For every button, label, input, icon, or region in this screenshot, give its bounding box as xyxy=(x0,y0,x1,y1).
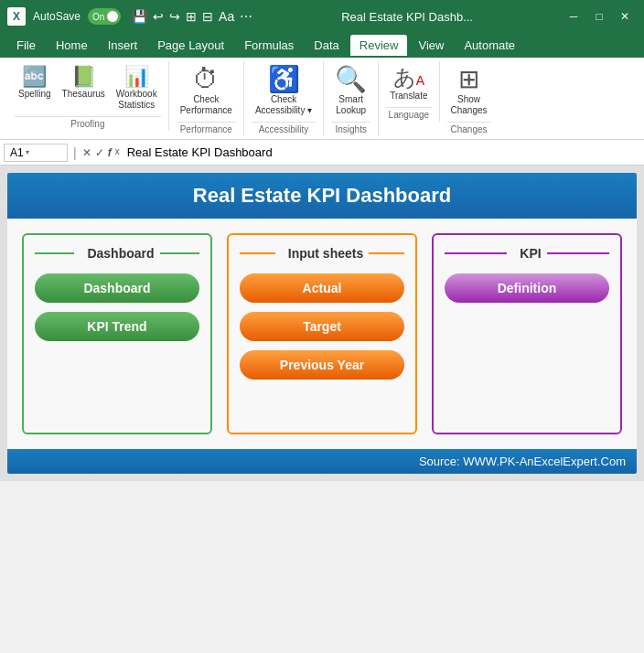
ribbon-group-changes: ⊞ ShowChanges Changes xyxy=(440,61,499,136)
ribbon: 🔤 Spelling 📗 Thesaurus 📊 WorkbookStatist… xyxy=(0,58,644,140)
performance-group-label: Performance xyxy=(177,122,236,134)
previous-year-button[interactable]: Previous Year xyxy=(240,350,404,380)
kpi-section-title: KPI xyxy=(520,246,541,261)
target-button[interactable]: Target xyxy=(240,312,404,341)
ribbon-group-accessibility: ♿ CheckAccessibility ▾ Accessibility xyxy=(244,61,324,136)
menu-insert[interactable]: Insert xyxy=(99,35,147,56)
language-group-label: Language xyxy=(386,107,431,120)
workbook-stats-label: WorkbookStatistics xyxy=(116,89,157,111)
kpi-trend-button[interactable]: KPI Trend xyxy=(35,312,199,341)
ribbon-group-proofing: 🔤 Spelling 📗 Thesaurus 📊 WorkbookStatist… xyxy=(7,61,169,131)
menu-home[interactable]: Home xyxy=(47,35,97,56)
cell-reference[interactable]: A1 ▾ xyxy=(4,144,68,162)
ribbon-group-performance: ⏱ CheckPerformance Performance xyxy=(169,61,244,136)
toggle-knob xyxy=(107,11,118,22)
menu-review[interactable]: Review xyxy=(350,35,408,56)
menu-data[interactable]: Data xyxy=(305,35,348,56)
kpi-section-line-right xyxy=(547,252,609,254)
show-changes-button[interactable]: ⊞ ShowChanges xyxy=(447,65,491,118)
cancel-formula-icon[interactable]: ✕ xyxy=(82,146,91,159)
save-icon[interactable]: 💾 xyxy=(132,9,147,24)
actual-button[interactable]: Actual xyxy=(240,273,404,303)
minimize-button[interactable]: ─ xyxy=(562,5,585,28)
thesaurus-button[interactable]: 📗 Thesaurus xyxy=(59,65,109,102)
title-bar-icons: 💾 ↩ ↪ ⊞ ⊟ Aa ⋯ xyxy=(132,9,252,24)
formula-divider: | xyxy=(73,145,77,160)
toggle-on-text: On xyxy=(92,12,104,22)
formula-input[interactable] xyxy=(123,144,640,161)
cell-ref-dropdown[interactable]: ▾ xyxy=(26,148,29,156)
show-changes-icon: ⊞ xyxy=(458,67,479,92)
input-sheets-header: Input sheets xyxy=(240,246,404,261)
proofing-group-label: Proofing xyxy=(15,116,161,129)
spelling-icon: 🔤 xyxy=(22,67,47,87)
grid-icon[interactable]: ⊞ xyxy=(186,9,197,24)
window-title: Real Estate KPI Dashb... xyxy=(260,10,554,24)
sheet-content: Real Estate KPI Dashboard Dashboard Dash… xyxy=(0,166,644,481)
definition-button[interactable]: Definition xyxy=(445,273,609,303)
excel-icon: X xyxy=(7,7,26,26)
spelling-button[interactable]: 🔤 Spelling xyxy=(15,65,55,102)
translate-label: Translate xyxy=(390,91,427,102)
formula-icons: ✕ ✓ fx xyxy=(82,146,120,159)
filter-icon[interactable]: ⊟ xyxy=(202,9,213,24)
dashboard-button[interactable]: Dashboard xyxy=(35,273,199,303)
ribbon-group-insights: 🔍 SmartLookup Insights xyxy=(324,61,379,136)
dashboard-title: Real Estate KPI Dashboard xyxy=(7,173,637,219)
thesaurus-label: Thesaurus xyxy=(62,89,105,100)
thesaurus-icon: 📗 xyxy=(71,67,96,87)
accessibility-group-label: Accessibility xyxy=(252,122,316,134)
kpi-section: KPI Definition xyxy=(432,233,622,434)
function-icon[interactable]: f xyxy=(108,146,112,159)
workbook-stats-icon: 📊 xyxy=(124,67,149,87)
check-performance-icon: ⏱ xyxy=(193,67,219,92)
menu-view[interactable]: View xyxy=(409,35,453,56)
input-sheets-section: Input sheets Actual Target Previous Year xyxy=(227,233,417,434)
check-performance-button[interactable]: ⏱ CheckPerformance xyxy=(177,65,236,118)
text-icon[interactable]: Aa xyxy=(219,9,234,24)
accessibility-icon: ♿ xyxy=(268,67,300,92)
kpi-section-header: KPI xyxy=(445,246,609,261)
dashboard-section-line-right xyxy=(160,252,199,254)
changes-group-label: Changes xyxy=(447,122,491,134)
cell-ref-value: A1 xyxy=(10,146,24,159)
smart-lookup-icon: 🔍 xyxy=(335,67,367,92)
menu-file[interactable]: File xyxy=(7,35,45,56)
redo-icon[interactable]: ↪ xyxy=(169,9,180,24)
title-bar: X AutoSave On 💾 ↩ ↪ ⊞ ⊟ Aa ⋯ Real Estate… xyxy=(0,0,644,33)
dashboard-card: Real Estate KPI Dashboard Dashboard Dash… xyxy=(7,173,637,474)
input-sheets-title: Input sheets xyxy=(288,246,363,261)
dashboard-footer: Source: WWW.PK-AnExcelExpert.Com xyxy=(7,449,637,474)
menu-automate[interactable]: Automate xyxy=(455,35,524,56)
menu-page-layout[interactable]: Page Layout xyxy=(148,35,233,56)
maximize-button[interactable]: □ xyxy=(587,5,611,28)
check-performance-label: CheckPerformance xyxy=(180,94,232,116)
autosave-toggle[interactable]: On xyxy=(88,8,121,25)
ribbon-group-language: あA Translate Language xyxy=(379,61,439,122)
confirm-formula-icon[interactable]: ✓ xyxy=(95,146,104,159)
smart-lookup-button[interactable]: 🔍 SmartLookup xyxy=(331,65,370,118)
show-changes-label: ShowChanges xyxy=(451,94,488,116)
workbook-statistics-button[interactable]: 📊 WorkbookStatistics xyxy=(113,65,161,112)
window-controls: ─ □ ✕ xyxy=(562,5,637,28)
translate-button[interactable]: あA Translate xyxy=(386,65,431,103)
dashboard-section: Dashboard Dashboard KPI Trend xyxy=(22,233,212,434)
dashboard-section-title: Dashboard xyxy=(87,246,154,261)
sections-container: Dashboard Dashboard KPI Trend Input shee… xyxy=(7,219,637,449)
close-button[interactable]: ✕ xyxy=(613,5,637,28)
check-accessibility-button[interactable]: ♿ CheckAccessibility ▾ xyxy=(252,65,316,118)
undo-icon[interactable]: ↩ xyxy=(153,9,164,24)
dashboard-section-header: Dashboard xyxy=(35,246,199,261)
insights-group-label: Insights xyxy=(331,122,370,134)
autosave-label: AutoSave xyxy=(33,10,80,23)
dashboard-section-line-left xyxy=(35,252,74,254)
input-section-line-left xyxy=(240,252,275,254)
smart-lookup-label: SmartLookup xyxy=(336,94,366,116)
menu-bar: File Home Insert Page Layout Formulas Da… xyxy=(0,33,644,58)
menu-formulas[interactable]: Formulas xyxy=(235,35,303,56)
check-accessibility-label: CheckAccessibility ▾ xyxy=(255,94,312,116)
more-icon[interactable]: ⋯ xyxy=(240,9,252,24)
translate-icon: あA xyxy=(393,67,424,89)
function-x-icon: x xyxy=(115,146,120,159)
kpi-section-line-left xyxy=(445,252,507,254)
